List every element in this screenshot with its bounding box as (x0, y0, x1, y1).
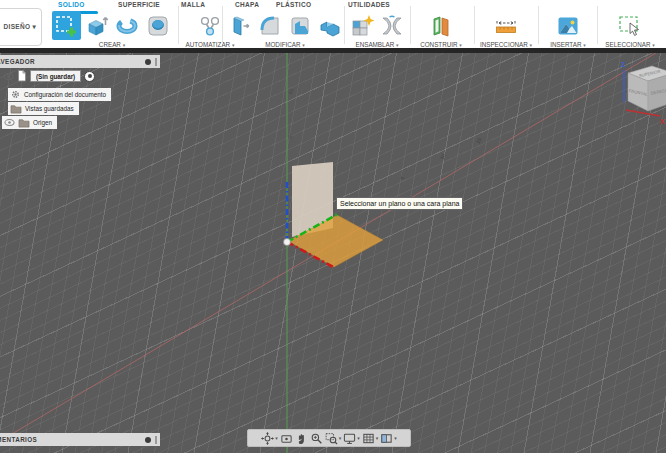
browser-row-saved-views[interactable]: Vistas guardadas (8, 102, 79, 115)
chevron-down-icon: ▾ (302, 42, 305, 48)
group-construir-menu[interactable]: CONSTRUIR ▾ (412, 41, 470, 48)
tab-utilidades[interactable]: UTILIDADES (348, 1, 390, 8)
revolve-icon (114, 13, 140, 39)
chevron-down-icon: ▾ (530, 42, 533, 48)
panel-handle-icon[interactable] (155, 58, 157, 66)
row-label: Vistas guardadas (25, 105, 74, 112)
joint-button[interactable] (378, 11, 406, 40)
extrude-icon (84, 13, 110, 39)
insert-image-button[interactable] (554, 11, 583, 40)
group-inspeccionar-menu[interactable]: INSPECCIONAR ▾ (477, 41, 535, 48)
orbit-button[interactable]: ▾ (261, 432, 278, 445)
new-component-button[interactable] (348, 11, 376, 40)
viewcube-x-label: X (660, 118, 665, 125)
browser-row-origin[interactable]: Origen (2, 116, 57, 129)
orbit-icon (261, 432, 274, 445)
ribbon-separator (597, 6, 598, 44)
row-label: Configuración del documento (24, 91, 106, 98)
group-crear-menu[interactable]: CREAR ▾ (52, 41, 172, 48)
display-settings-icon (343, 432, 356, 445)
ribbon-separator (410, 6, 411, 44)
activate-document-radio[interactable] (84, 71, 95, 82)
panel-options-icon[interactable] (145, 437, 151, 443)
view-cube[interactable]: Z X SUPERIOR FRONTAL DERECHA (600, 55, 666, 137)
new-component-icon (349, 13, 375, 39)
chevron-down-icon: ▾ (396, 42, 399, 48)
extrude-button[interactable] (83, 11, 112, 40)
group-modificar: MODIFICAR ▾ (226, 11, 344, 48)
press-pull-icon (227, 13, 253, 39)
zoom-button[interactable] (310, 432, 323, 445)
browser-title: NAVEGADOR (0, 58, 35, 65)
ribbon-separator (178, 6, 179, 44)
create-sketch-button[interactable] (52, 11, 81, 40)
look-at-button[interactable] (280, 432, 293, 445)
group-ensamblar-menu[interactable]: ENSAMBLAR ▾ (348, 41, 406, 48)
chevron-down-icon: ▾ (652, 42, 655, 48)
browser-document-row: (Sin guardar) (3, 70, 95, 82)
joint-icon (379, 13, 405, 39)
automate-button[interactable] (196, 11, 225, 40)
gear-icon (10, 89, 21, 100)
revolve-button[interactable] (113, 11, 142, 40)
panel-options-icon[interactable] (145, 59, 151, 65)
fillet-icon (257, 13, 283, 39)
zoom-icon (310, 432, 323, 445)
construction-plane-button[interactable] (427, 11, 456, 40)
group-seleccionar-menu[interactable]: SELECCIONAR ▾ (600, 41, 660, 48)
chevron-down-icon: ▾ (583, 42, 586, 48)
folder-icon (10, 104, 22, 114)
tab-solido[interactable]: SOLIDO (58, 1, 85, 8)
group-modificar-menu[interactable]: MODIFICAR ▾ (226, 41, 344, 48)
chevron-down-icon: ▾ (123, 42, 126, 48)
measure-button[interactable] (492, 11, 521, 40)
group-inspeccionar: INSPECCIONAR ▾ (477, 11, 535, 48)
hole-button[interactable] (144, 11, 173, 40)
chevron-down-icon: ▾ (394, 435, 397, 441)
zoom-window-icon (325, 432, 338, 445)
viewports-icon (380, 432, 393, 445)
navigation-toolbar: ▾ ▾ (247, 429, 411, 447)
select-button[interactable] (616, 11, 645, 40)
combine-icon (317, 13, 343, 39)
browser-panel-header[interactable]: NAVEGADOR (0, 55, 160, 68)
viewport-canvas[interactable] (0, 53, 666, 453)
create-sketch-icon (53, 13, 79, 39)
workspace-selector[interactable]: DISEÑO ▾ (0, 8, 42, 46)
chevron-down-icon: ▾ (275, 435, 278, 441)
tab-malla[interactable]: MALLA (181, 1, 205, 8)
zoom-window-button[interactable]: ▾ (325, 432, 342, 445)
viewports-button[interactable]: ▾ (380, 432, 397, 445)
pan-button[interactable] (295, 432, 308, 445)
automate-icon (197, 13, 223, 39)
tab-chapa[interactable]: CHAPA (235, 1, 259, 8)
grid-settings-button[interactable]: ▾ (362, 432, 379, 445)
group-crear: CREAR ▾ (52, 11, 172, 48)
group-insertar-menu[interactable]: INSERTAR ▾ (542, 41, 594, 48)
unsaved-document-chip[interactable]: (Sin guardar) (30, 70, 81, 82)
panel-handle-icon[interactable] (155, 436, 157, 444)
press-pull-button[interactable] (226, 11, 254, 40)
eye-icon[interactable] (3, 72, 14, 81)
group-ensamblar: ENSAMBLAR ▾ (348, 11, 406, 48)
viewcube-z-label: Z (621, 61, 626, 68)
shell-button[interactable] (286, 11, 314, 40)
insert-image-icon (555, 13, 581, 39)
selection-tooltip: Seleccionar un plano o una cara plana (336, 197, 463, 210)
chevron-down-icon: ▾ (339, 435, 342, 441)
group-seleccionar: SELECCIONAR ▾ (600, 11, 660, 48)
tab-superficie[interactable]: SUPERFICIE (118, 1, 160, 8)
fillet-button[interactable] (256, 11, 284, 40)
fusion360-window: DISEÑO ▾ SOLIDO SUPERFICIE MALLA CHAPA P… (0, 0, 666, 453)
browser-row-document-settings[interactable]: Configuración del documento (8, 88, 111, 101)
workspace-label: DISEÑO ▾ (4, 23, 36, 31)
display-settings-button[interactable]: ▾ (343, 432, 360, 445)
comments-panel-header[interactable]: COMENTARIOS (0, 433, 160, 446)
pan-hand-icon (295, 432, 308, 445)
chevron-down-icon: ▾ (376, 435, 379, 441)
tab-plastico[interactable]: PLÁSTICO (276, 1, 311, 8)
combine-button[interactable] (316, 11, 344, 40)
eye-icon[interactable] (4, 118, 15, 127)
document-icon (17, 70, 27, 82)
construction-plane-icon (428, 13, 454, 39)
